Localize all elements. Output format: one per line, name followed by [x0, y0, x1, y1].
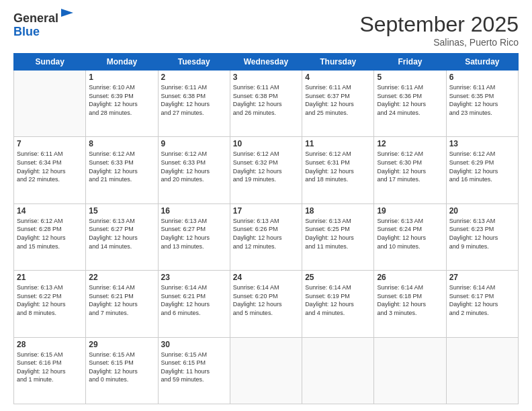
day-info: Sunrise: 6:13 AM Sunset: 6:26 PM Dayligh…	[233, 217, 299, 250]
day-number: 22	[89, 273, 154, 282]
day-info: Sunrise: 6:12 AM Sunset: 6:33 PM Dayligh…	[89, 150, 154, 183]
table-cell: 14Sunrise: 6:12 AM Sunset: 6:28 PM Dayli…	[14, 203, 86, 270]
col-monday: Monday	[86, 54, 158, 71]
day-info: Sunrise: 6:13 AM Sunset: 6:22 PM Dayligh…	[17, 283, 83, 317]
table-cell: 30Sunrise: 6:15 AM Sunset: 6:15 PM Dayli…	[158, 337, 230, 404]
day-info: Sunrise: 6:11 AM Sunset: 6:35 PM Dayligh…	[449, 83, 515, 117]
day-number: 24	[233, 273, 299, 282]
day-number: 26	[377, 273, 443, 282]
logo-general: General	[13, 11, 58, 25]
table-cell: 23Sunrise: 6:14 AM Sunset: 6:21 PM Dayli…	[158, 271, 230, 337]
header: General Blue September 2025 Salinas, Pue…	[13, 12, 519, 48]
day-number: 16	[161, 206, 227, 216]
day-number: 18	[305, 206, 371, 216]
day-info: Sunrise: 6:11 AM Sunset: 6:34 PM Dayligh…	[17, 150, 83, 183]
day-info: Sunrise: 6:11 AM Sunset: 6:38 PM Dayligh…	[161, 83, 227, 117]
page: General Blue September 2025 Salinas, Pue…	[0, 0, 532, 411]
month-title: September 2025	[359, 12, 519, 37]
day-number: 25	[305, 273, 371, 282]
day-number: 19	[377, 206, 443, 216]
day-number: 6	[449, 73, 515, 82]
day-info: Sunrise: 6:15 AM Sunset: 6:15 PM Dayligh…	[161, 351, 227, 384]
table-cell	[374, 337, 446, 404]
day-number: 20	[449, 206, 515, 216]
col-thursday: Thursday	[302, 54, 374, 71]
table-cell: 13Sunrise: 6:12 AM Sunset: 6:29 PM Dayli…	[446, 137, 518, 203]
day-info: Sunrise: 6:12 AM Sunset: 6:29 PM Dayligh…	[449, 150, 515, 183]
calendar-week-row: 1Sunrise: 6:10 AM Sunset: 6:39 PM Daylig…	[14, 71, 519, 137]
day-number: 1	[89, 73, 154, 82]
day-info: Sunrise: 6:14 AM Sunset: 6:19 PM Dayligh…	[305, 283, 371, 317]
table-cell: 11Sunrise: 6:12 AM Sunset: 6:31 PM Dayli…	[302, 137, 374, 203]
table-cell: 15Sunrise: 6:13 AM Sunset: 6:27 PM Dayli…	[86, 203, 158, 270]
day-number: 4	[305, 73, 371, 82]
day-number: 14	[17, 206, 83, 216]
table-cell: 12Sunrise: 6:12 AM Sunset: 6:30 PM Dayli…	[374, 137, 446, 203]
table-cell: 3Sunrise: 6:11 AM Sunset: 6:38 PM Daylig…	[230, 71, 302, 137]
day-number: 30	[161, 340, 227, 349]
day-number: 8	[89, 139, 154, 148]
day-info: Sunrise: 6:14 AM Sunset: 6:21 PM Dayligh…	[89, 283, 154, 317]
table-cell: 9Sunrise: 6:12 AM Sunset: 6:33 PM Daylig…	[158, 137, 230, 203]
day-info: Sunrise: 6:12 AM Sunset: 6:33 PM Dayligh…	[161, 150, 227, 183]
day-number: 11	[305, 139, 371, 148]
col-tuesday: Tuesday	[158, 54, 230, 71]
table-cell: 5Sunrise: 6:11 AM Sunset: 6:36 PM Daylig…	[374, 71, 446, 137]
table-cell: 26Sunrise: 6:14 AM Sunset: 6:18 PM Dayli…	[374, 271, 446, 337]
day-info: Sunrise: 6:13 AM Sunset: 6:27 PM Dayligh…	[161, 217, 227, 250]
day-number: 10	[233, 139, 299, 148]
table-cell: 29Sunrise: 6:15 AM Sunset: 6:15 PM Dayli…	[86, 337, 158, 404]
title-block: September 2025 Salinas, Puerto Rico	[359, 12, 519, 48]
calendar-week-row: 21Sunrise: 6:13 AM Sunset: 6:22 PM Dayli…	[14, 271, 519, 337]
table-cell: 6Sunrise: 6:11 AM Sunset: 6:35 PM Daylig…	[446, 71, 518, 137]
day-number: 12	[377, 139, 443, 148]
day-info: Sunrise: 6:12 AM Sunset: 6:28 PM Dayligh…	[17, 217, 83, 250]
table-cell: 16Sunrise: 6:13 AM Sunset: 6:27 PM Dayli…	[158, 203, 230, 270]
table-cell	[302, 337, 374, 404]
day-info: Sunrise: 6:13 AM Sunset: 6:24 PM Dayligh…	[377, 217, 443, 250]
table-cell: 10Sunrise: 6:12 AM Sunset: 6:32 PM Dayli…	[230, 137, 302, 203]
day-info: Sunrise: 6:12 AM Sunset: 6:31 PM Dayligh…	[305, 150, 371, 183]
day-number: 2	[161, 73, 227, 82]
table-cell: 7Sunrise: 6:11 AM Sunset: 6:34 PM Daylig…	[14, 137, 86, 203]
table-cell: 28Sunrise: 6:15 AM Sunset: 6:16 PM Dayli…	[14, 337, 86, 404]
day-number: 13	[449, 139, 515, 148]
calendar-week-row: 7Sunrise: 6:11 AM Sunset: 6:34 PM Daylig…	[14, 137, 519, 203]
col-wednesday: Wednesday	[230, 54, 302, 71]
day-info: Sunrise: 6:11 AM Sunset: 6:38 PM Dayligh…	[233, 83, 299, 117]
day-info: Sunrise: 6:14 AM Sunset: 6:21 PM Dayligh…	[161, 283, 227, 317]
day-number: 23	[161, 273, 227, 282]
day-number: 21	[17, 273, 83, 282]
table-cell	[446, 337, 518, 404]
table-cell: 2Sunrise: 6:11 AM Sunset: 6:38 PM Daylig…	[158, 71, 230, 137]
day-number: 5	[377, 73, 443, 82]
day-number: 27	[449, 273, 515, 282]
table-cell: 21Sunrise: 6:13 AM Sunset: 6:22 PM Dayli…	[14, 271, 86, 337]
day-info: Sunrise: 6:12 AM Sunset: 6:30 PM Dayligh…	[377, 150, 443, 183]
day-info: Sunrise: 6:14 AM Sunset: 6:20 PM Dayligh…	[233, 283, 299, 317]
day-number: 15	[89, 206, 154, 216]
col-sunday: Sunday	[14, 54, 86, 71]
table-cell: 22Sunrise: 6:14 AM Sunset: 6:21 PM Dayli…	[86, 271, 158, 337]
table-cell: 19Sunrise: 6:13 AM Sunset: 6:24 PM Dayli…	[374, 203, 446, 270]
svg-marker-0	[61, 9, 73, 17]
col-saturday: Saturday	[446, 54, 518, 71]
day-info: Sunrise: 6:12 AM Sunset: 6:32 PM Dayligh…	[233, 150, 299, 183]
table-cell: 8Sunrise: 6:12 AM Sunset: 6:33 PM Daylig…	[86, 137, 158, 203]
day-info: Sunrise: 6:14 AM Sunset: 6:18 PM Dayligh…	[377, 283, 443, 317]
day-info: Sunrise: 6:11 AM Sunset: 6:36 PM Dayligh…	[377, 83, 443, 117]
calendar-header-row: Sunday Monday Tuesday Wednesday Thursday…	[14, 54, 519, 71]
logo-text: General Blue	[13, 12, 75, 39]
day-info: Sunrise: 6:13 AM Sunset: 6:23 PM Dayligh…	[449, 217, 515, 250]
calendar-table: Sunday Monday Tuesday Wednesday Thursday…	[13, 53, 519, 404]
day-info: Sunrise: 6:10 AM Sunset: 6:39 PM Dayligh…	[89, 83, 154, 117]
day-info: Sunrise: 6:13 AM Sunset: 6:25 PM Dayligh…	[305, 217, 371, 250]
table-cell: 17Sunrise: 6:13 AM Sunset: 6:26 PM Dayli…	[230, 203, 302, 270]
logo: General Blue	[13, 12, 75, 39]
day-number: 28	[17, 340, 83, 349]
day-info: Sunrise: 6:14 AM Sunset: 6:17 PM Dayligh…	[449, 283, 515, 317]
table-cell: 18Sunrise: 6:13 AM Sunset: 6:25 PM Dayli…	[302, 203, 374, 270]
day-info: Sunrise: 6:13 AM Sunset: 6:27 PM Dayligh…	[89, 217, 154, 250]
table-cell	[14, 71, 86, 137]
logo-flag-icon	[60, 7, 75, 22]
